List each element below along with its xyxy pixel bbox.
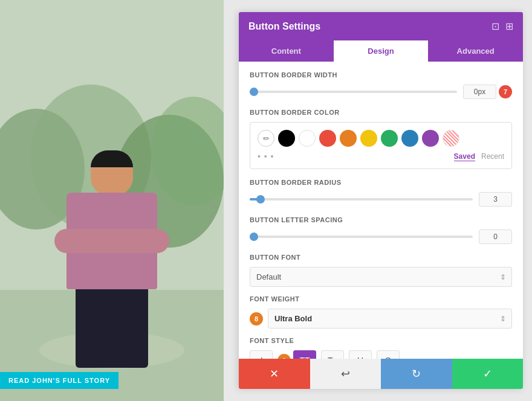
header-icons: ⊡ ⊞	[491, 21, 513, 32]
border-width-track[interactable]	[250, 91, 457, 93]
redo-icon: ↻	[412, 367, 421, 380]
font-style-strikethrough[interactable]: S	[377, 350, 400, 359]
font-weight-label: Font Weight	[250, 295, 512, 303]
font-weight-select[interactable]: Thin Light Regular Bold Ultra Bold	[268, 309, 512, 329]
more-dots[interactable]: • • •	[258, 152, 274, 161]
person-hair	[91, 150, 133, 167]
letter-spacing-label: Button Letter Spacing	[250, 216, 512, 223]
tab-bar: Content Design Advanced	[239, 40, 523, 62]
tab-content[interactable]: Content	[239, 40, 334, 62]
swatch-black[interactable]	[278, 130, 295, 147]
color-picker-box: ✏ • • •	[250, 122, 512, 169]
letter-spacing-row	[250, 229, 512, 244]
font-weight-select-wrapper: Thin Light Regular Bold Ultra Bold ⇕	[268, 309, 512, 329]
tab-design[interactable]: Design	[334, 40, 429, 62]
eyedropper-btn[interactable]: ✏	[258, 130, 274, 147]
color-footer: • • • Saved Recent	[258, 152, 504, 161]
swatch-green[interactable]	[381, 130, 398, 147]
panel-title: Button Settings	[248, 21, 320, 32]
color-swatches: ✏	[258, 130, 504, 147]
left-panel: READ JOHN'S FULL STORY	[0, 0, 224, 401]
font-style-underline[interactable]: U	[349, 350, 372, 359]
redo-button[interactable]: ↻	[381, 359, 452, 389]
person-shirt	[66, 193, 157, 289]
letter-spacing-value	[479, 229, 512, 244]
swatch-yellow[interactable]	[360, 130, 377, 147]
tab-advanced[interactable]: Advanced	[428, 40, 523, 62]
swatch-red[interactable]	[319, 130, 336, 147]
undo-icon: ↩	[341, 367, 350, 380]
save-button[interactable]: ✓	[452, 359, 524, 389]
border-width-thumb[interactable]	[250, 88, 258, 96]
font-style-badge: 9	[277, 354, 291, 359]
undo-button[interactable]: ↩	[310, 359, 381, 389]
cta-text: READ JOHN'S FULL STORY	[8, 377, 110, 384]
color-tab-recent[interactable]: Recent	[481, 152, 504, 161]
border-radius-input[interactable]	[479, 192, 512, 207]
letter-spacing-track[interactable]	[250, 236, 473, 238]
cancel-button[interactable]: ✕	[239, 359, 310, 389]
font-style-label: Font Style	[250, 337, 512, 344]
cancel-icon: ✕	[270, 367, 279, 380]
border-radius-thumb[interactable]	[256, 195, 265, 204]
letter-spacing-thumb[interactable]	[250, 233, 258, 241]
border-width-row: 7	[250, 85, 512, 99]
border-radius-track[interactable]	[250, 198, 473, 200]
font-style-caps[interactable]: Tr	[321, 350, 344, 359]
swatch-purple[interactable]	[422, 130, 439, 147]
border-color-label: Button Border Color	[250, 109, 512, 116]
font-style-row: I 9 TT Tr U S	[250, 350, 512, 359]
swatch-white[interactable]	[299, 130, 316, 147]
font-style-italic[interactable]: I	[250, 350, 273, 359]
border-width-input[interactable]	[463, 85, 496, 99]
settings-panel: Button Settings ⊡ ⊞ Content Design Advan…	[239, 12, 523, 389]
bottom-bar: ✕ ↩ ↻ ✓	[239, 359, 523, 389]
save-icon: ✓	[483, 367, 492, 380]
border-radius-row	[250, 192, 512, 207]
border-width-label: Button Border Width	[250, 71, 512, 79]
person-arms	[54, 229, 169, 253]
settings-icon[interactable]: ⊡	[491, 21, 499, 32]
font-label: Button Font	[250, 254, 512, 261]
font-select-wrapper: Default Arial Georgia Helvetica Times Ne…	[250, 267, 512, 287]
swatch-orange[interactable]	[340, 130, 357, 147]
cta-banner[interactable]: READ JOHN'S FULL STORY	[0, 372, 118, 389]
border-radius-value	[479, 192, 512, 207]
border-width-value: 7	[463, 85, 512, 99]
swatch-striped[interactable]	[443, 130, 459, 147]
color-tab-group: Saved Recent	[454, 152, 504, 161]
color-tab-saved[interactable]: Saved	[454, 152, 475, 161]
font-select[interactable]: Default Arial Georgia Helvetica Times Ne…	[250, 267, 512, 287]
person-head	[91, 150, 133, 196]
border-radius-label: Button Border Radius	[250, 179, 512, 186]
font-style-bold-group: 9 TT	[277, 350, 316, 359]
layout-icon[interactable]: ⊞	[505, 21, 513, 32]
font-weight-row: 8 Thin Light Regular Bold Ultra Bold ⇕	[250, 309, 512, 329]
person-figure	[66, 150, 157, 368]
panel-header: Button Settings ⊡ ⊞	[239, 12, 523, 40]
swatch-blue[interactable]	[401, 130, 418, 147]
person-pants	[76, 289, 148, 368]
border-width-badge: 7	[499, 85, 512, 98]
panel-content: Button Border Width 7 Button Border Colo…	[239, 62, 523, 359]
font-style-bold[interactable]: TT	[293, 350, 316, 359]
photo-bg	[0, 0, 224, 401]
letter-spacing-input[interactable]	[479, 229, 512, 244]
font-weight-badge: 8	[250, 312, 263, 326]
